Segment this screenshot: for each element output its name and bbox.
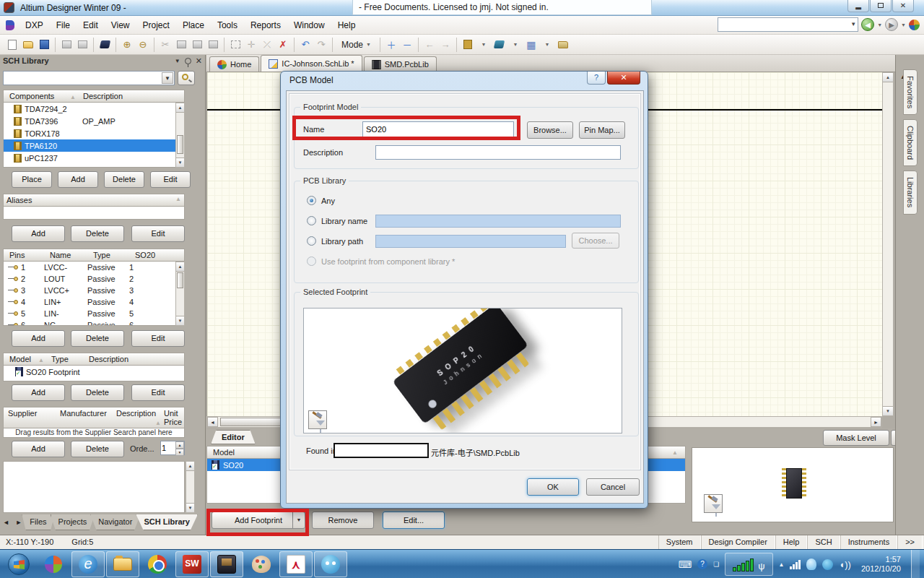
- drawing-tools-dropdown[interactable]: [492, 37, 507, 53]
- previous-part-button[interactable]: ←: [422, 37, 437, 53]
- doc-tab-home[interactable]: Home: [209, 56, 259, 72]
- add-pin-button[interactable]: Add: [12, 330, 65, 347]
- menu-edit[interactable]: Edit: [77, 17, 105, 34]
- scroll-down-icon[interactable]: ▼: [176, 316, 184, 325]
- component-filter-combo[interactable]: ▼: [3, 71, 175, 85]
- taskbar-internet-explorer[interactable]: e: [71, 551, 105, 577]
- panel-tab-navigator[interactable]: Navigator: [90, 514, 140, 530]
- add-model-button[interactable]: Add: [12, 384, 65, 401]
- zoom-out-button[interactable]: ⊖: [135, 37, 151, 53]
- delete-alias-button[interactable]: Delete: [71, 225, 124, 242]
- component-row[interactable]: TPA6120: [4, 139, 184, 152]
- pins-scrollbar[interactable]: ▲ ▼: [175, 262, 185, 326]
- help-icon[interactable]: ?: [697, 559, 707, 569]
- restore-window-icon[interactable]: ❏: [713, 561, 719, 568]
- taskbar-windows-explorer[interactable]: [106, 551, 139, 577]
- status-action-1[interactable]: Design Compiler: [701, 535, 775, 549]
- scroll-up-icon[interactable]: ▲: [883, 73, 893, 82]
- menu-project[interactable]: Project: [136, 17, 176, 34]
- qq-penguin-icon[interactable]: [806, 558, 816, 570]
- tab-scroll-icons[interactable]: ◄ ►: [0, 514, 26, 526]
- edit-footprint-button[interactable]: Edit...: [383, 512, 445, 529]
- restore-button[interactable]: [870, 0, 892, 12]
- mask-level-button[interactable]: Mask Level: [823, 430, 889, 446]
- move-button[interactable]: ✛: [243, 37, 259, 53]
- show-desktop-button[interactable]: [911, 550, 920, 578]
- save-button[interactable]: [36, 37, 52, 53]
- taskbar-clock[interactable]: 1:57 2012/10/20: [857, 555, 905, 574]
- grid-caret[interactable]: ▼: [539, 37, 555, 53]
- pin-row[interactable]: 5 LIN- Passive 5: [4, 308, 184, 319]
- pin-map-button[interactable]: Pin Map...: [579, 121, 625, 139]
- pin-row[interactable]: 3 LVCC+ Passive 3: [4, 285, 184, 296]
- doc-tab-pcblib[interactable]: SMD.PcbLib: [364, 56, 437, 72]
- deselect-all-button[interactable]: ⤫: [259, 37, 275, 53]
- status-action-2[interactable]: Help: [775, 535, 808, 549]
- remove-footprint-button[interactable]: Remove: [312, 512, 374, 529]
- component-row[interactable]: TORX178: [4, 127, 184, 139]
- doc-tab-schlib[interactable]: IC-Johnson.SchLib *: [261, 55, 362, 72]
- menu-file[interactable]: File: [50, 17, 77, 34]
- status-action-0[interactable]: System: [658, 535, 701, 549]
- minimize-button[interactable]: ▂: [847, 0, 869, 12]
- add-part-button[interactable]: ＋: [383, 37, 399, 53]
- messenger-icon[interactable]: [822, 559, 833, 570]
- edit-pin-button[interactable]: Edit: [131, 330, 185, 347]
- components-scrollbar[interactable]: ▲ ▼: [175, 103, 185, 168]
- pins-header[interactable]: Pins Name Type SO20: [3, 249, 185, 262]
- print-button[interactable]: [58, 37, 74, 53]
- right-tab-clipboard[interactable]: Clipboard: [903, 119, 918, 166]
- delete-model-button[interactable]: Delete: [71, 384, 124, 401]
- open-device-view-button[interactable]: [97, 37, 113, 53]
- close-icon[interactable]: ✕: [196, 56, 202, 66]
- new-document-button[interactable]: [4, 37, 20, 53]
- paste-array-button[interactable]: [205, 37, 221, 53]
- menu-dxp[interactable]: DXP: [19, 17, 50, 34]
- menu-help[interactable]: Help: [331, 17, 362, 34]
- panel-tab-projects[interactable]: Projects: [51, 514, 95, 530]
- network-icon[interactable]: [790, 560, 801, 569]
- panel-menu-icon[interactable]: ▼: [175, 58, 180, 64]
- forward-history-caret-icon[interactable]: ▼: [901, 22, 906, 27]
- address-combo[interactable]: ▼: [718, 17, 858, 32]
- ok-button[interactable]: OK: [527, 478, 579, 496]
- panel-tab-files[interactable]: Files: [22, 514, 54, 530]
- canvas-vertical-scrollbar[interactable]: ▲ ▼: [882, 72, 894, 416]
- edit-alias-button[interactable]: Edit: [131, 225, 185, 242]
- description-input[interactable]: [375, 145, 621, 160]
- footprint-tools-icon[interactable]: [704, 494, 723, 513]
- grid-dropdown[interactable]: ▦: [523, 37, 539, 53]
- scroll-right-icon[interactable]: ►: [871, 417, 881, 427]
- order-spinner[interactable]: ▲▼: [160, 441, 185, 455]
- results-scrollbar[interactable]: ▲ ▼: [186, 461, 195, 513]
- components-column-header[interactable]: Components: [9, 92, 54, 100]
- back-history-caret-icon[interactable]: ▼: [877, 22, 882, 27]
- place-button[interactable]: Place: [12, 171, 52, 188]
- taskbar-solidworks[interactable]: SW: [175, 551, 209, 577]
- taskbar-adobe-reader[interactable]: [279, 551, 313, 577]
- add-supplier-button[interactable]: Add: [12, 441, 65, 457]
- model-row[interactable]: SO20 Footprint: [4, 366, 184, 378]
- model-header[interactable]: Model ▲ Type Description: [3, 353, 185, 366]
- scroll-down-icon[interactable]: ▼: [883, 406, 893, 415]
- choose-button[interactable]: Choose...: [572, 233, 619, 249]
- status-action-5[interactable]: >>: [897, 535, 923, 549]
- menu-view[interactable]: View: [105, 17, 136, 34]
- taskbar-altium-designer[interactable]: [210, 551, 243, 577]
- component-row[interactable]: TDA7396 OP_AMP: [4, 115, 184, 127]
- redo-button[interactable]: ↷: [313, 37, 329, 53]
- components-header[interactable]: Components ▲ Description: [3, 90, 185, 103]
- status-action-3[interactable]: SCH: [807, 535, 840, 549]
- delete-pin-button[interactable]: Delete: [71, 330, 124, 347]
- forward-button[interactable]: ▶: [885, 18, 898, 31]
- supplier-header[interactable]: Supplier Manufacturer Description ▲ Unit…: [3, 407, 185, 428]
- browse-button[interactable]: Browse...: [527, 121, 573, 139]
- home-icon[interactable]: [909, 20, 920, 30]
- paste-button[interactable]: [189, 37, 205, 53]
- pin-row[interactable]: 2 LOUT Passive 2: [4, 273, 184, 285]
- volume-icon[interactable]: ◖)): [839, 559, 851, 570]
- library-path-radio[interactable]: [307, 236, 316, 246]
- scroll-up-icon[interactable]: ▲: [186, 462, 194, 471]
- print-preview-button[interactable]: [74, 37, 90, 53]
- taskbar-chrome[interactable]: [141, 551, 174, 577]
